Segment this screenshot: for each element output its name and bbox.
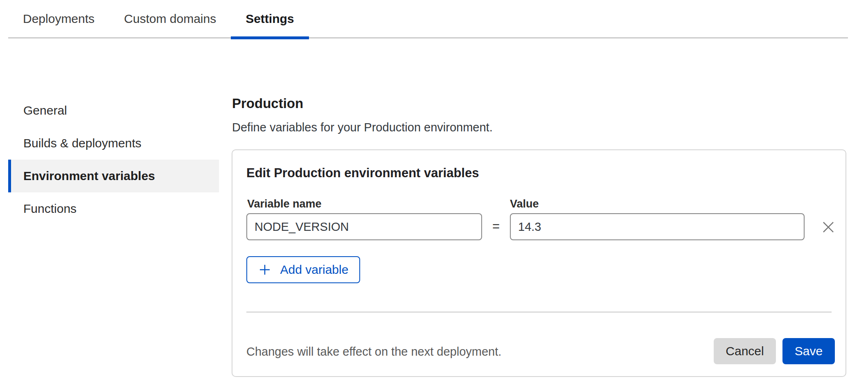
- value-input[interactable]: [510, 213, 805, 240]
- add-variable-button[interactable]: Add variable: [246, 256, 360, 283]
- card-title: Edit Production environment variables: [246, 166, 479, 180]
- equals-sign: =: [489, 219, 503, 234]
- cancel-button[interactable]: Cancel: [714, 338, 776, 364]
- sidebar-item-general[interactable]: General: [8, 94, 219, 127]
- settings-sidebar: General Builds & deployments Environment…: [8, 94, 219, 225]
- remove-variable-button[interactable]: [818, 217, 839, 238]
- footer-note: Changes will take effect on the next dep…: [246, 345, 501, 359]
- variable-name-label: Variable name: [247, 198, 322, 210]
- save-button[interactable]: Save: [782, 338, 835, 364]
- tab-settings[interactable]: Settings: [231, 0, 309, 37]
- sidebar-item-functions[interactable]: Functions: [8, 192, 219, 225]
- plus-icon: [258, 263, 271, 276]
- page-title: Production: [232, 96, 303, 111]
- add-variable-label: Add variable: [280, 263, 349, 277]
- sidebar-item-builds-deployments[interactable]: Builds & deployments: [8, 127, 219, 160]
- variable-name-input[interactable]: [246, 213, 482, 240]
- value-label: Value: [510, 198, 539, 210]
- tab-deployments[interactable]: Deployments: [8, 0, 109, 37]
- card-footer-divider: [246, 311, 832, 313]
- project-tabbar: Deployments Custom domains Settings: [8, 0, 848, 38]
- sidebar-item-environment-variables[interactable]: Environment variables: [8, 160, 219, 192]
- tab-custom-domains[interactable]: Custom domains: [109, 0, 231, 37]
- environment-variables-card: Edit Production environment variables Va…: [232, 149, 846, 377]
- page-subtitle: Define variables for your Production env…: [232, 121, 493, 134]
- close-icon: [821, 220, 836, 235]
